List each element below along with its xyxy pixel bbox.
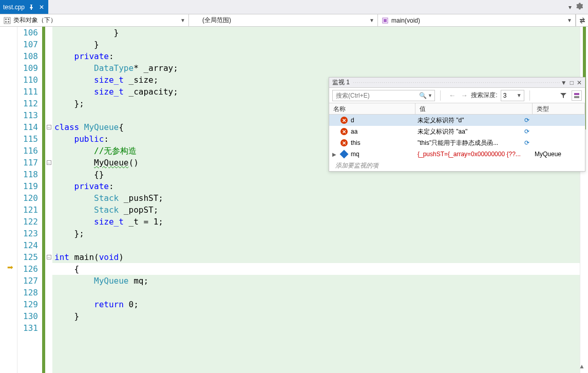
depth-label: 搜索深度:	[471, 91, 497, 100]
watch-toolbar: 🔍 ▼ ← → 搜索深度: 3 ▼	[329, 88, 585, 103]
add-watch-item[interactable]: 添加要监视的项	[329, 160, 585, 171]
svg-rect-4	[8, 21, 9, 23]
chevron-down-icon: ▼	[567, 17, 572, 23]
scope-dropdown[interactable]: (全局范围) ▼	[189, 14, 378, 26]
refresh-icon[interactable]: ⟳	[524, 117, 529, 124]
watch-value: "this"只能用于非静态成员函...	[418, 139, 498, 147]
chevron-down-icon: ▼	[517, 92, 522, 98]
watch-value: 未定义标识符 "aa"	[418, 127, 467, 136]
code-line[interactable]: MyQueue mq;	[52, 275, 580, 287]
watch-panel: 监视 1 ∙∙∙∙∙∙∙∙∙∙∙∙∙∙∙∙∙∙∙∙∙∙∙∙∙∙∙∙∙∙∙∙∙∙∙…	[329, 77, 585, 172]
pin-icon[interactable]	[28, 5, 35, 10]
code-line[interactable]: return 0;	[52, 299, 580, 310]
display-options-icon[interactable]	[572, 90, 582, 101]
navigation-bar: 类和对象（下） ▼ (全局范围) ▼ main(void) ▼	[0, 14, 588, 27]
svg-rect-7	[574, 93, 579, 95]
col-type-header[interactable]: 类型	[533, 103, 585, 114]
svg-rect-6	[384, 19, 387, 22]
watch-value: 未定义标识符 "d"	[418, 116, 464, 125]
prev-button[interactable]: ←	[446, 90, 456, 101]
code-line[interactable]: int main(void)	[52, 251, 580, 263]
chevron-down-icon: ▼	[180, 17, 185, 23]
separator	[529, 90, 530, 101]
code-line[interactable]: }	[52, 27, 580, 39]
code-line[interactable]: private:	[52, 50, 580, 62]
line-numbers: 1061071081091101111121131141151161171181…	[17, 27, 42, 373]
fold-toggle[interactable]: −	[47, 160, 51, 165]
chevron-down-icon[interactable]: ▼	[561, 79, 567, 86]
code-line[interactable]: private:	[52, 180, 580, 192]
expand-icon[interactable]: ▶	[332, 152, 337, 157]
swap-layout-button[interactable]	[576, 14, 588, 26]
next-button[interactable]: →	[458, 90, 468, 101]
svg-rect-1	[5, 18, 7, 20]
watch-row[interactable]: ✕this"this"只能用于非静态成员函...⟳	[329, 137, 585, 148]
watch-name: d	[351, 117, 354, 124]
grip-dots: ∙∙∙∙∙∙∙∙∙∙∙∙∙∙∙∙∙∙∙∙∙∙∙∙∙∙∙∙∙∙∙∙∙∙∙∙∙∙∙∙…	[350, 80, 561, 85]
watch-search-box[interactable]: 🔍 ▼	[332, 90, 435, 101]
search-nav: ← →	[446, 90, 468, 101]
error-icon: ✕	[340, 128, 348, 135]
close-icon[interactable]: ✕	[577, 79, 582, 86]
col-value-header[interactable]: 值	[415, 103, 533, 114]
refresh-icon[interactable]: ⟳	[524, 128, 529, 135]
code-line[interactable]: }	[52, 39, 580, 50]
close-icon[interactable]: ✕	[38, 4, 45, 11]
gear-icon[interactable]	[576, 3, 583, 11]
fold-toggle[interactable]: −	[47, 255, 51, 259]
object-icon	[340, 150, 349, 159]
file-tab[interactable]: test.cpp ✕	[0, 0, 48, 14]
code-line[interactable]: }	[52, 310, 580, 322]
project-label: 类和对象（下）	[13, 16, 180, 25]
watch-type: MyQueue	[533, 151, 585, 158]
refresh-icon[interactable]: ⟳	[524, 139, 529, 146]
code-line[interactable]	[52, 287, 580, 299]
watch-row[interactable]: ✕d未定义标识符 "d"⟳	[329, 115, 585, 126]
code-line[interactable]	[52, 322, 580, 334]
dropdown-icon[interactable]: ▾	[568, 4, 572, 11]
depth-dropdown[interactable]: 3 ▼	[501, 90, 524, 101]
col-name-header[interactable]: 名称	[329, 103, 415, 114]
search-input[interactable]	[335, 91, 419, 100]
watch-title: 监视 1	[332, 78, 350, 87]
watch-name: aa	[351, 128, 357, 135]
filter-icon[interactable]	[558, 90, 568, 101]
code-line[interactable]: size_t _t = 1;	[52, 216, 580, 228]
gutter: ➡	[0, 27, 17, 373]
watch-value: {_pushST={_array=0x00000000 {??...	[418, 151, 521, 158]
svg-rect-8	[574, 96, 579, 98]
svg-rect-0	[4, 17, 10, 24]
expand-panel-icon[interactable]: ▲	[579, 363, 585, 370]
watch-name: mq	[351, 151, 359, 158]
fold-toggle[interactable]: −	[47, 125, 51, 129]
function-icon	[381, 16, 389, 25]
svg-rect-3	[5, 21, 7, 23]
function-label: main(void)	[391, 17, 567, 24]
tab-bar: test.cpp ✕ ▾	[0, 0, 588, 14]
code-line[interactable]: DataType* _array;	[52, 62, 580, 74]
file-tab-label: test.cpp	[3, 4, 25, 11]
watch-grid-header: 名称 值 类型	[329, 103, 585, 115]
chevron-down-icon: ▼	[369, 17, 374, 23]
scope-label: (全局范围)	[192, 16, 369, 25]
code-line[interactable]: {	[52, 263, 580, 275]
watch-row[interactable]: ▶mq{_pushST={_array=0x00000000 {??...MyQ…	[329, 148, 585, 160]
code-line[interactable]: Stack _popST;	[52, 204, 580, 216]
watch-name: this	[351, 139, 361, 146]
fold-column: −−−	[45, 27, 52, 373]
project-dropdown[interactable]: 类和对象（下） ▼	[0, 14, 189, 26]
code-line[interactable]	[52, 239, 580, 251]
watch-grid-body: ✕d未定义标识符 "d"⟳✕aa未定义标识符 "aa"⟳✕this"this"只…	[329, 115, 585, 160]
project-icon	[3, 16, 11, 25]
watch-row[interactable]: ✕aa未定义标识符 "aa"⟳	[329, 126, 585, 137]
code-line[interactable]: Stack _pushST;	[52, 192, 580, 204]
code-line[interactable]: };	[52, 228, 580, 239]
separator	[440, 90, 441, 101]
chevron-down-icon[interactable]: ▼	[428, 93, 432, 98]
execution-pointer-icon: ➡	[7, 263, 13, 271]
function-dropdown[interactable]: main(void) ▼	[378, 14, 576, 26]
svg-rect-2	[8, 18, 9, 20]
watch-title-bar[interactable]: 监视 1 ∙∙∙∙∙∙∙∙∙∙∙∙∙∙∙∙∙∙∙∙∙∙∙∙∙∙∙∙∙∙∙∙∙∙∙…	[329, 78, 585, 88]
maximize-icon[interactable]: □	[570, 79, 574, 86]
search-icon[interactable]: 🔍	[419, 92, 427, 99]
